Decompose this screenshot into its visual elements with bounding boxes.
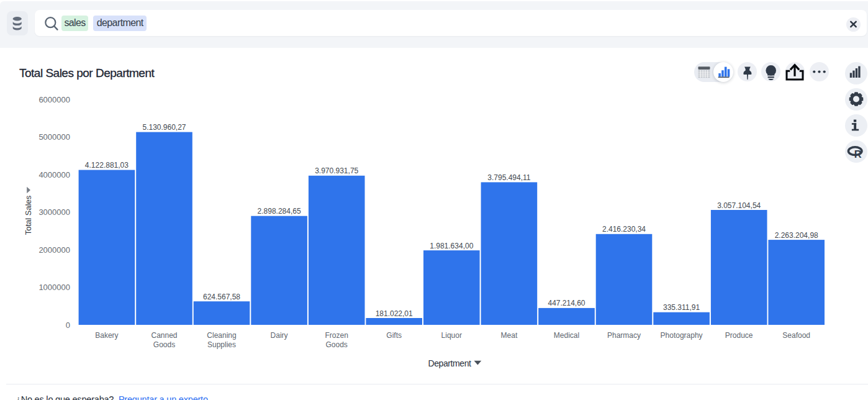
svg-text:0: 0 bbox=[66, 320, 70, 330]
svg-text:Meat: Meat bbox=[501, 331, 518, 340]
svg-text:Photography: Photography bbox=[661, 331, 703, 340]
svg-text:Cleaning: Cleaning bbox=[207, 331, 236, 340]
svg-text:2.416.230,34: 2.416.230,34 bbox=[602, 225, 646, 234]
svg-text:2.263.204,98: 2.263.204,98 bbox=[775, 231, 818, 240]
svg-text:4.122.881,03: 4.122.881,03 bbox=[85, 161, 129, 170]
svg-text:4000000: 4000000 bbox=[38, 170, 70, 180]
svg-text:2.898.284,65: 2.898.284,65 bbox=[258, 207, 301, 216]
svg-text:Supplies: Supplies bbox=[207, 340, 236, 349]
svg-text:Liquor: Liquor bbox=[441, 331, 462, 340]
svg-text:181.022,01: 181.022,01 bbox=[376, 309, 413, 318]
svg-text:447.214,60: 447.214,60 bbox=[548, 299, 585, 307]
svg-text:5000000: 5000000 bbox=[38, 132, 70, 142]
svg-text:Canned: Canned bbox=[151, 331, 177, 340]
svg-text:Medical: Medical bbox=[554, 331, 579, 340]
svg-text:6000000: 6000000 bbox=[38, 95, 70, 104]
svg-text:1.981.634,00: 1.981.634,00 bbox=[430, 242, 473, 250]
svg-text:Seafood: Seafood bbox=[782, 331, 810, 340]
svg-text:3000000: 3000000 bbox=[38, 207, 70, 217]
svg-text:3.057.104,54: 3.057.104,54 bbox=[717, 201, 761, 210]
svg-text:1000000: 1000000 bbox=[38, 283, 70, 292]
svg-text:624.567,58: 624.567,58 bbox=[203, 293, 240, 301]
svg-text:R: R bbox=[854, 148, 862, 160]
svg-text:3.970.931,75: 3.970.931,75 bbox=[315, 166, 358, 175]
svg-text:Total Sales: Total Sales bbox=[24, 195, 33, 235]
svg-text:Frozen: Frozen bbox=[325, 331, 348, 340]
svg-text:3.795.494,11: 3.795.494,11 bbox=[487, 173, 531, 182]
svg-text:Produce: Produce bbox=[725, 331, 753, 340]
svg-text:Pharmacy: Pharmacy bbox=[607, 331, 641, 340]
svg-text:335.311,91: 335.311,91 bbox=[663, 303, 700, 312]
svg-text:Gifts: Gifts bbox=[386, 331, 402, 340]
svg-text:Department: Department bbox=[428, 358, 471, 368]
svg-text:2000000: 2000000 bbox=[38, 245, 70, 255]
svg-text:Bakery: Bakery bbox=[95, 331, 118, 340]
svg-text:Goods: Goods bbox=[153, 340, 175, 349]
svg-text:5.130.960,27: 5.130.960,27 bbox=[142, 123, 186, 132]
svg-text:Dairy: Dairy bbox=[271, 331, 288, 340]
svg-text:Goods: Goods bbox=[326, 340, 348, 349]
